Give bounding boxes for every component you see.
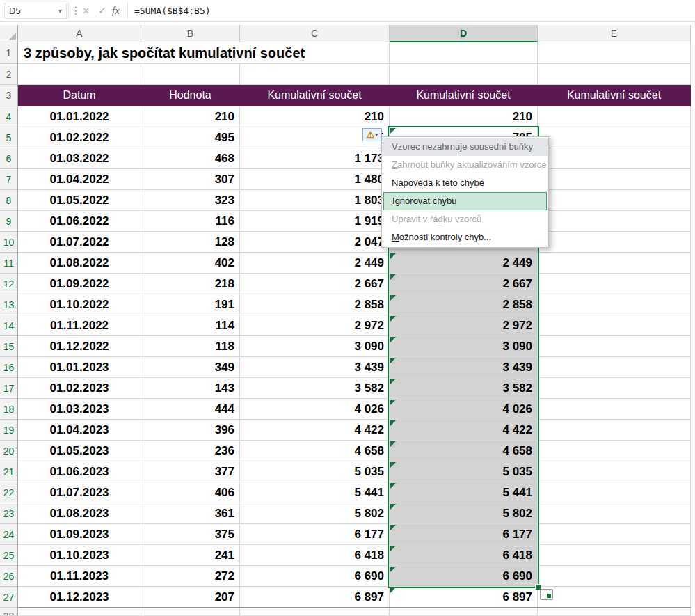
row-header-8[interactable]: 8 xyxy=(0,190,18,211)
name-box[interactable]: D5 ▾ xyxy=(4,3,67,19)
error-menu-item-6[interactable]: Možnosti kontroly chyb... xyxy=(382,228,548,246)
cell-D20[interactable]: 4 658 xyxy=(390,441,538,461)
cell-D13[interactable]: 2 858 xyxy=(390,294,538,315)
row-header-15[interactable]: 15 xyxy=(0,336,18,357)
row-header-12[interactable]: 12 xyxy=(0,274,18,294)
cell-A12[interactable]: 01.09.2022 xyxy=(18,274,141,294)
cell-B9[interactable]: 116 xyxy=(141,211,240,232)
row-header-6[interactable]: 6 xyxy=(0,148,18,169)
cell-B11[interactable]: 402 xyxy=(141,253,240,274)
cell-E3[interactable]: Kumulativní součet xyxy=(538,85,691,106)
cell-B6[interactable]: 468 xyxy=(141,148,240,169)
cell-E1[interactable] xyxy=(538,42,691,64)
row-header-10[interactable]: 10 xyxy=(0,232,18,253)
cell-A15[interactable]: 01.12.2022 xyxy=(18,336,141,357)
cell-E19[interactable] xyxy=(538,420,691,441)
cell-A11[interactable]: 01.08.2022 xyxy=(18,253,141,274)
cell-E15[interactable] xyxy=(538,336,691,357)
cell-A21[interactable]: 01.06.2023 xyxy=(18,461,141,482)
row-header-17[interactable]: 17 xyxy=(0,378,18,399)
row-header-5[interactable]: 5 xyxy=(0,127,18,148)
cell-A20[interactable]: 01.05.2023 xyxy=(18,441,141,461)
cell-B14[interactable]: 114 xyxy=(141,315,240,336)
row-header-27[interactable]: 27 xyxy=(0,587,18,608)
cell-A3[interactable]: Datum xyxy=(18,85,141,106)
cell-D25[interactable]: 6 418 xyxy=(390,545,538,566)
cell-E22[interactable] xyxy=(538,482,691,503)
cell-D17[interactable]: 3 582 xyxy=(390,378,538,399)
cell-A25[interactable]: 01.10.2023 xyxy=(18,545,141,566)
cell-D16[interactable]: 3 439 xyxy=(390,357,538,378)
cell-C8[interactable]: 1 803 xyxy=(240,190,390,211)
cell-C22[interactable]: 5 441 xyxy=(240,482,390,503)
cell-B23[interactable]: 361 xyxy=(141,503,240,524)
cell-C16[interactable]: 3 439 xyxy=(240,357,390,378)
cell-E18[interactable] xyxy=(538,399,691,420)
cell-B22[interactable]: 406 xyxy=(141,482,240,503)
cell-B17[interactable]: 143 xyxy=(141,378,240,399)
row-header-14[interactable]: 14 xyxy=(0,315,18,336)
cell-E14[interactable] xyxy=(538,315,691,336)
cell-A9[interactable]: 01.06.2022 xyxy=(18,211,141,232)
row-header-2[interactable]: 2 xyxy=(0,64,18,85)
cell-C11[interactable]: 2 449 xyxy=(240,253,390,274)
cell-A27[interactable]: 01.12.2023 xyxy=(18,587,141,608)
cancel-icon[interactable]: × xyxy=(83,0,89,22)
cell-E20[interactable] xyxy=(538,441,691,461)
cell-A5[interactable]: 01.02.2022 xyxy=(18,127,141,148)
row-header-4[interactable]: 4 xyxy=(0,106,18,127)
cell-A4[interactable]: 01.01.2022 xyxy=(18,106,141,127)
row-header-21[interactable]: 21 xyxy=(0,461,18,482)
row-header-16[interactable]: 16 xyxy=(0,357,18,378)
cell-A13[interactable]: 01.10.2022 xyxy=(18,294,141,315)
cell-A10[interactable]: 01.07.2022 xyxy=(18,232,141,253)
cell-B28[interactable] xyxy=(141,608,240,616)
cell-B10[interactable]: 128 xyxy=(141,232,240,253)
cell-D15[interactable]: 3 090 xyxy=(390,336,538,357)
cell-E28[interactable] xyxy=(538,608,691,616)
cell-C12[interactable]: 2 667 xyxy=(240,274,390,294)
formula-input[interactable]: =SUMA($B$4:B5) xyxy=(134,0,211,22)
confirm-icon[interactable]: ✓ xyxy=(98,0,107,22)
cell-D28[interactable] xyxy=(390,608,538,616)
column-header-A[interactable]: A xyxy=(18,25,141,42)
cell-D2[interactable] xyxy=(390,64,538,85)
cell-E12[interactable] xyxy=(538,274,691,294)
cell-B3[interactable]: Hodnota xyxy=(141,85,240,106)
cell-C4[interactable]: 210 xyxy=(240,106,390,127)
cell-E5[interactable] xyxy=(538,127,691,148)
cell-B25[interactable]: 241 xyxy=(141,545,240,566)
cell-C17[interactable]: 3 582 xyxy=(240,378,390,399)
cell-A26[interactable]: 01.11.2023 xyxy=(18,566,141,587)
row-header-28[interactable]: 28 xyxy=(0,608,18,616)
row-header-26[interactable]: 26 xyxy=(0,566,18,587)
column-header-E[interactable]: E xyxy=(538,25,691,42)
cell-A7[interactable]: 01.04.2022 xyxy=(18,169,141,190)
row-header-23[interactable]: 23 xyxy=(0,503,18,524)
cell-D14[interactable]: 2 972 xyxy=(390,315,538,336)
cell-A2[interactable] xyxy=(18,64,141,85)
cell-A28[interactable] xyxy=(18,608,141,616)
cell-B5[interactable]: 495 xyxy=(141,127,240,148)
cell-A6[interactable]: 01.03.2022 xyxy=(18,148,141,169)
cell-B26[interactable]: 272 xyxy=(141,566,240,587)
cell-B12[interactable]: 218 xyxy=(141,274,240,294)
cell-C20[interactable]: 4 658 xyxy=(240,441,390,461)
cell-C23[interactable]: 5 802 xyxy=(240,503,390,524)
cell-C28[interactable] xyxy=(240,608,390,616)
cell-E2[interactable] xyxy=(538,64,691,85)
cell-A18[interactable]: 01.03.2023 xyxy=(18,399,141,420)
cell-B15[interactable]: 118 xyxy=(141,336,240,357)
column-header-C[interactable]: C xyxy=(240,25,390,42)
cell-B18[interactable]: 444 xyxy=(141,399,240,420)
cell-A14[interactable]: 01.11.2022 xyxy=(18,315,141,336)
cell-C25[interactable]: 6 418 xyxy=(240,545,390,566)
row-header-13[interactable]: 13 xyxy=(0,294,18,315)
cell-C3[interactable]: Kumulativní součet xyxy=(240,85,390,106)
cell-C9[interactable]: 1 919 xyxy=(240,211,390,232)
cell-C27[interactable]: 6 897 xyxy=(240,587,390,608)
cell-B8[interactable]: 323 xyxy=(141,190,240,211)
cell-C6[interactable]: 1 173 xyxy=(240,148,390,169)
column-header-D[interactable]: D xyxy=(390,25,538,42)
cell-D19[interactable]: 4 422 xyxy=(390,420,538,441)
